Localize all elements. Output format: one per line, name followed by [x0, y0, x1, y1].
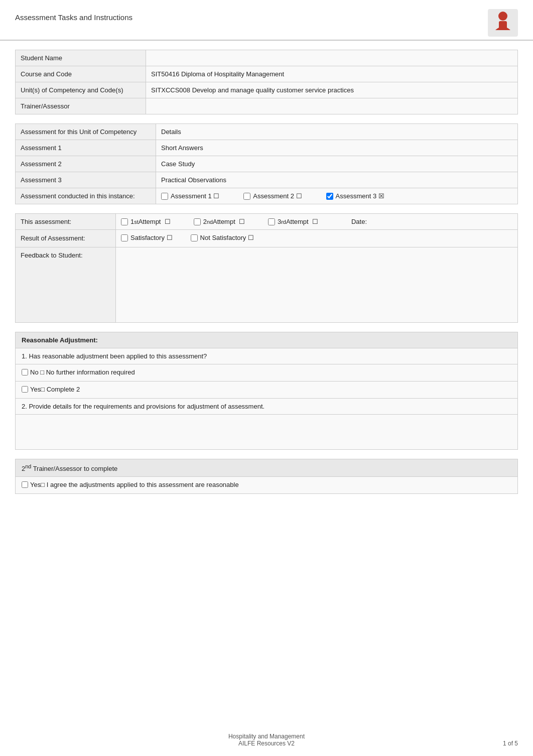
assessment-1-checkbox[interactable]: [161, 193, 168, 200]
ra-yes-label[interactable]: Yes□ Complete 2: [22, 386, 80, 393]
assessment-header-row: Assessment for this Unit of Competency D…: [16, 124, 518, 140]
assessment-1-row: Assessment 1 Short Answers: [16, 140, 518, 156]
student-name-value[interactable]: [146, 50, 518, 66]
page-title: Assessment Tasks and Instructions: [15, 9, 132, 22]
svg-rect-2: [499, 21, 507, 30]
ra-no-label[interactable]: No □ No further information required: [22, 368, 135, 376]
ra-yes-text: Yes□ Complete 2: [30, 386, 80, 393]
ra-blank[interactable]: [16, 414, 518, 449]
assessment-conducted-label: Assessment conducted in this instance:: [16, 188, 156, 204]
student-name-row: Student Name: [16, 50, 518, 66]
svg-point-1: [498, 12, 507, 21]
reasonable-adjustment-section: Reasonable Adjustment: 1. Has reasonable…: [15, 332, 518, 450]
second-attempt-checkbox[interactable]: [194, 218, 201, 225]
course-code-label: Course and Code: [16, 66, 146, 82]
first-attempt-label[interactable]: 1st Attempt ☐: [121, 218, 171, 225]
trainer-title: 2nd Trainer/Assessor to complete: [16, 459, 518, 476]
assessment-2-label: Assessment 2: [16, 156, 156, 172]
ra-yes-checkbox[interactable]: [22, 386, 28, 393]
unit-competency-value: SITXCCS008 Develop and manage quality cu…: [146, 82, 518, 98]
footer-center-line1: Hospitality and Management: [228, 733, 305, 740]
trainer-agree-checkbox[interactable]: [22, 481, 28, 488]
assessment-table: Assessment for this Unit of Competency D…: [15, 123, 518, 204]
page: Assessment Tasks and Instructions Studen…: [0, 0, 533, 756]
ra-yes-option[interactable]: Yes□ Complete 2: [16, 381, 518, 398]
assessment-conducted-row: Assessment conducted in this instance: A…: [16, 188, 518, 204]
trainer-header-row: 2nd Trainer/Assessor to complete: [16, 459, 518, 476]
ra-no-row: No □ No further information required: [16, 364, 518, 381]
assessment-1-value: Short Answers: [156, 140, 518, 156]
unit-competency-label: Unit(s) of Competency and Code(s): [16, 82, 146, 98]
assessment-conducted-options: Assessment 1 ☐ Assessment 2 ☐ Assessment…: [156, 188, 518, 204]
ra-blank-row: [16, 414, 518, 449]
feedback-value[interactable]: [116, 247, 518, 322]
third-attempt-label[interactable]: 3rd Attempt ☐: [268, 218, 318, 225]
assessment-3-row: Assessment 3 Practical Observations: [16, 172, 518, 188]
not-satisfactory-text: Not Satisfactory: [200, 234, 246, 241]
date-label: Date:: [351, 218, 367, 225]
assessment-header-label: Assessment for this Unit of Competency: [16, 124, 156, 140]
ra-no-text: No □ No further information required: [30, 368, 135, 376]
header: Assessment Tasks and Instructions: [0, 0, 533, 41]
trainer-body-row: Yes□ I agree the adjustments applied to …: [16, 476, 518, 493]
third-attempt-checkbox[interactable]: [268, 218, 275, 225]
trainer-section: 2nd Trainer/Assessor to complete Yes□ I …: [15, 459, 518, 494]
footer-center-line2: AILFE Resources V2: [238, 740, 295, 747]
course-code-row: Course and Code SIT50416 Diploma of Hosp…: [16, 66, 518, 82]
satisfactory-label[interactable]: Satisfactory ☐: [121, 234, 173, 241]
feedback-label: Feedback to Student:: [16, 247, 116, 322]
trainer-label: Trainer/Assessor: [16, 98, 146, 114]
this-assessment-label: This assessment:: [16, 214, 116, 230]
info-table: Student Name Course and Code SIT50416 Di…: [15, 50, 518, 114]
satisfactory-text: Satisfactory: [130, 234, 165, 241]
not-satisfactory-checkbox[interactable]: [191, 234, 198, 241]
footer: Hospitality and Management AILFE Resourc…: [0, 733, 533, 747]
trainer-agree-label[interactable]: Yes□ I agree the adjustments applied to …: [22, 481, 239, 488]
ra-header-row: Reasonable Adjustment:: [16, 332, 518, 348]
trainer-row: Trainer/Assessor: [16, 98, 518, 114]
result-label: Result of Assessment:: [16, 230, 116, 247]
third-attempt-sup: rd: [281, 219, 286, 225]
result-options: Satisfactory ☐ Not Satisfactory ☐: [116, 230, 518, 247]
ra-yes-row: Yes□ Complete 2: [16, 381, 518, 398]
assessment-header-value: Details: [156, 124, 518, 140]
second-attempt-label[interactable]: 2nd Attempt ☐: [194, 218, 245, 225]
second-attempt-sup: nd: [207, 219, 213, 225]
assessment-2-value: Case Study: [156, 156, 518, 172]
footer-page-number: 1 of 5: [503, 740, 518, 747]
ra-question1-row: 1. Has reasonable adjustment been applie…: [16, 348, 518, 364]
first-attempt-sup: st: [134, 219, 138, 225]
assessment-1-label: Assessment 1: [16, 140, 156, 156]
ra-question2: 2. Provide details for the requirements …: [16, 398, 518, 414]
ra-question2-row: 2. Provide details for the requirements …: [16, 398, 518, 414]
trainer-value[interactable]: [146, 98, 518, 114]
assessment-3-label: Assessment 3: [16, 172, 156, 188]
assessment-3-checkbox-label[interactable]: Assessment 3 ☒: [326, 192, 384, 200]
assessment-3-checkbox[interactable]: [326, 193, 333, 200]
assessment-2-row: Assessment 2 Case Study: [16, 156, 518, 172]
attempt-options: 1st Attempt ☐ 2nd Attempt ☐ 3rd Attempt …: [116, 214, 518, 230]
assessment-3-value: Practical Observations: [156, 172, 518, 188]
student-name-label: Student Name: [16, 50, 146, 66]
ra-question1: 1. Has reasonable adjustment been applie…: [16, 348, 518, 364]
attempt-table: This assessment: 1st Attempt ☐ 2nd Attem…: [15, 213, 518, 323]
feedback-row: Feedback to Student:: [16, 247, 518, 322]
ra-title: Reasonable Adjustment:: [16, 332, 518, 348]
unit-competency-row: Unit(s) of Competency and Code(s) SITXCC…: [16, 82, 518, 98]
satisfactory-checkbox[interactable]: [121, 234, 128, 241]
first-attempt-checkbox[interactable]: [121, 218, 128, 225]
not-satisfactory-label[interactable]: Not Satisfactory ☐: [191, 234, 254, 241]
assessment-1-checkbox-label[interactable]: Assessment 1 ☐: [161, 192, 219, 200]
course-code-value: SIT50416 Diploma of Hospitality Manageme…: [146, 66, 518, 82]
trainer-sup: nd: [25, 463, 31, 469]
ra-no-checkbox[interactable]: [22, 369, 28, 375]
assessment-2-checkbox[interactable]: [243, 193, 250, 200]
result-row: Result of Assessment: Satisfactory ☐ Not…: [16, 230, 518, 247]
ra-no-option[interactable]: No □ No further information required: [16, 364, 518, 381]
attempt-row: This assessment: 1st Attempt ☐ 2nd Attem…: [16, 214, 518, 230]
trainer-agree-text: Yes□ I agree the adjustments applied to …: [30, 481, 239, 488]
logo-icon: [488, 9, 518, 37]
trainer-body[interactable]: Yes□ I agree the adjustments applied to …: [16, 476, 518, 493]
assessment-2-checkbox-label[interactable]: Assessment 2 ☐: [243, 192, 302, 200]
